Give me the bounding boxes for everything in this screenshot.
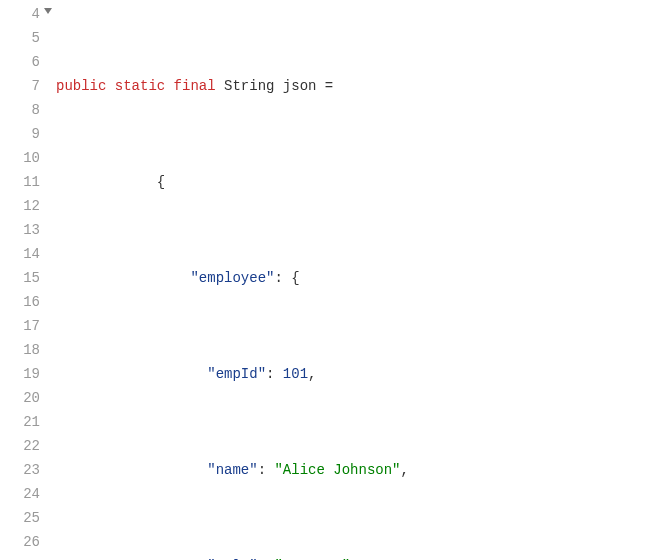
line-number: 9 (0, 122, 40, 146)
line-number: 24 (0, 482, 40, 506)
keyword-token: public static final (56, 78, 216, 94)
json-key: "empId" (207, 366, 266, 382)
code-line[interactable]: "name": "Alice Johnson", (56, 458, 648, 482)
line-number: 17 (0, 314, 40, 338)
line-number: 23 (0, 458, 40, 482)
line-number: 5 (0, 26, 40, 50)
code-line[interactable]: "employee": { (56, 266, 648, 290)
line-number: 25 (0, 506, 40, 530)
line-number: 6 (0, 50, 40, 74)
declaration-token: String json = (216, 78, 334, 94)
code-area[interactable]: public static final String json = { "emp… (56, 2, 648, 560)
line-number: 4 (0, 2, 40, 26)
line-number: 26 (0, 530, 40, 554)
line-number-gutter: 4 5 6 7 8 9 10 11 12 13 14 15 16 17 18 1… (0, 2, 56, 560)
line-number: 12 (0, 194, 40, 218)
line-number: 7 (0, 74, 40, 98)
line-number: 16 (0, 290, 40, 314)
json-number: 101 (283, 366, 308, 382)
line-number: 11 (0, 170, 40, 194)
brace-open: { (157, 174, 165, 190)
code-line[interactable]: "empId": 101, (56, 362, 648, 386)
line-number: 22 (0, 434, 40, 458)
code-line[interactable]: "role": "MANAGER", (56, 554, 648, 560)
json-key: "name" (207, 462, 257, 478)
line-number: 21 (0, 410, 40, 434)
code-line[interactable]: public static final String json = (56, 74, 648, 98)
line-number: 20 (0, 386, 40, 410)
line-number: 19 (0, 362, 40, 386)
fold-icon[interactable] (44, 8, 52, 14)
code-editor[interactable]: 4 5 6 7 8 9 10 11 12 13 14 15 16 17 18 1… (0, 0, 648, 560)
line-number: 13 (0, 218, 40, 242)
json-key: "employee" (190, 270, 274, 286)
code-line[interactable]: { (56, 170, 648, 194)
json-string: "Alice Johnson" (274, 462, 400, 478)
line-number: 14 (0, 242, 40, 266)
line-number: 8 (0, 98, 40, 122)
line-number: 15 (0, 266, 40, 290)
line-number: 10 (0, 146, 40, 170)
line-number: 18 (0, 338, 40, 362)
